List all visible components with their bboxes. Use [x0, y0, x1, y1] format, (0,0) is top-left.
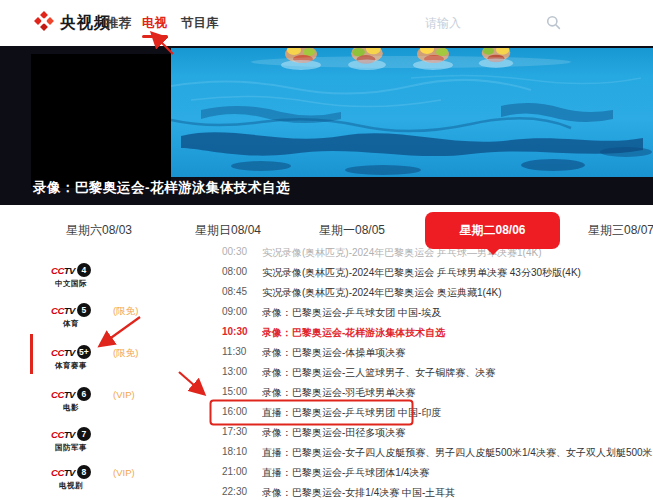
channel-logo-cc: CC	[51, 347, 64, 358]
brand-logo-icon	[34, 11, 54, 35]
program-time: 18:10	[222, 446, 247, 457]
channel-number-badge: 5	[77, 303, 91, 317]
tab-mon-0805[interactable]: 星期一08/05	[319, 222, 385, 239]
channel-name: 中文国际	[40, 279, 102, 289]
nav-active-underline	[142, 35, 168, 38]
program-time: 08:00	[222, 266, 247, 277]
tab-wed-0807[interactable]: 星期三08/07	[588, 222, 653, 239]
program-time: 13:00	[222, 366, 247, 377]
channel-name: 电视剧	[40, 481, 102, 491]
channel-cctv7[interactable]: CCTV7 国防军事	[40, 426, 190, 453]
channel-logo: CCTV8 电视剧	[40, 464, 102, 491]
channel-logo: CCTV5+ 体育赛事	[40, 344, 102, 371]
channel-logo: CCTV4 中文国际	[40, 262, 102, 289]
program-title: 录像：巴黎奥运会-女排1/4决赛 中国-土耳其	[262, 486, 653, 500]
channel-cctv6[interactable]: CCTV6 电影 (VIP)	[40, 386, 190, 413]
channel-logo-tv: TV	[64, 265, 75, 276]
tab-tue-0806-selected[interactable]: 星期二08/06	[425, 212, 560, 249]
program-time: 10:30	[222, 326, 248, 337]
program-time: 17:30	[222, 426, 247, 437]
program-time: 22:30	[222, 486, 247, 497]
program-title: 直播：巴黎奥运会-女子四人皮艇预赛、男子四人皮艇500米1/4决赛、女子双人划艇…	[262, 446, 653, 460]
brand[interactable]: 央视频	[34, 11, 111, 35]
channel-logo: CCTV5 体育	[40, 302, 102, 329]
channel-name: 体育	[40, 319, 102, 329]
channel-tag: (VIP)	[113, 389, 135, 400]
program-title: 录像：巴黎奥运会-田径多项决赛	[262, 426, 653, 440]
video-title: 录像：巴黎奥运会-花样游泳集体技术自选	[33, 179, 290, 197]
channel-logo-tv: TV	[64, 467, 75, 478]
search-input[interactable]	[408, 10, 543, 35]
channel-logo-tv: TV	[64, 305, 75, 316]
program-time: 16:00	[222, 406, 247, 417]
search-icon[interactable]	[546, 15, 561, 30]
channel-tag: (限免)	[113, 347, 138, 360]
channel-logo-tv: TV	[64, 347, 75, 358]
channel-name: 国防军事	[40, 443, 102, 453]
tab-selected-label: 星期二08/06	[459, 222, 525, 239]
channel-tag: (VIP)	[113, 467, 135, 478]
channel-name: 体育赛事	[40, 361, 102, 371]
program-title: 录像：巴黎奥运会-花样游泳集体技术自选	[262, 326, 653, 340]
channel-logo-cc: CC	[51, 265, 64, 276]
tab-sun-0804[interactable]: 星期日08/04	[195, 222, 261, 239]
date-tabs: 星期六08/03 星期日08/04 星期一08/05 星期二08/06 星期三0…	[0, 205, 653, 245]
program-title: 录像：巴黎奥运会-乒乓球女团 中国-埃及	[262, 306, 653, 320]
program-time: 21:00	[222, 466, 247, 477]
tab-pointer-icon	[486, 248, 500, 255]
video-letterbox	[31, 54, 171, 188]
program-title: 录像：巴黎奥运会-三人篮球男子、女子铜牌赛、决赛	[262, 366, 653, 380]
channel-number-badge: 4	[77, 263, 91, 277]
program-time: 09:00	[222, 306, 247, 317]
program-title: 直播：巴黎奥运会-乒乓球男团 中国-印度	[262, 406, 653, 420]
channel-name: 电影	[40, 403, 102, 413]
program-title: 录像：巴黎奥运会-体操单项决赛	[262, 346, 653, 360]
channel-logo-cc: CC	[51, 389, 64, 400]
channel-number-badge: 6	[77, 387, 91, 401]
channel-logo-cc: CC	[51, 467, 64, 478]
channel-logo: CCTV6 电影	[40, 386, 102, 413]
nav-item-recommend[interactable]: 推荐	[106, 15, 131, 32]
channel-cctv8[interactable]: CCTV8 电视剧 (VIP)	[40, 464, 190, 491]
channel-number-badge: 5+	[77, 345, 91, 359]
video-frame-pool	[171, 48, 653, 177]
tab-sat-0803[interactable]: 星期六08/03	[66, 222, 132, 239]
channel-logo-cc: CC	[51, 429, 64, 440]
program-title: 实况录像(奥林匹克)-2024年巴黎奥运会 奥运典藏1(4K)	[262, 286, 653, 300]
program-time: 15:00	[222, 386, 247, 397]
channel-cctv4[interactable]: CCTV4 中文国际	[40, 262, 190, 289]
program-time: 11:30	[222, 346, 246, 357]
nav-item-tv[interactable]: 电视	[142, 15, 167, 32]
channel-number-badge: 7	[77, 427, 91, 441]
video-player[interactable]: 录像：巴黎奥运会-花样游泳集体技术自选	[0, 46, 653, 205]
program-time: 08:45	[222, 286, 247, 297]
channel-logo-tv: TV	[64, 429, 75, 440]
channel-logo-cc: CC	[51, 305, 64, 316]
channel-logo: CCTV7 国防军事	[40, 426, 102, 453]
program-title: 实况录像(奥林匹克)-2024年巴黎奥运会 乒乓球男单决赛 43分30秒版(4K…	[262, 266, 653, 280]
brand-name: 央视频	[60, 13, 111, 34]
program-title: 直播：巴黎奥运会-乒乓球团体1/4决赛	[262, 466, 653, 480]
channel-number-badge: 8	[77, 465, 91, 479]
header: 央视频 推荐 电视 节目库	[0, 0, 653, 46]
channel-logo-tv: TV	[64, 389, 75, 400]
channel-cctv5plus[interactable]: CCTV5+ 体育赛事 (限免)	[40, 344, 190, 371]
channel-cctv5[interactable]: CCTV5 体育 (限免)	[40, 302, 190, 329]
program-time: 00:30	[222, 246, 247, 257]
channel-tag: (限免)	[113, 305, 138, 318]
program-title: 录像：巴黎奥运会-羽毛球男单决赛	[262, 386, 653, 400]
nav-item-library[interactable]: 节目库	[181, 15, 219, 32]
